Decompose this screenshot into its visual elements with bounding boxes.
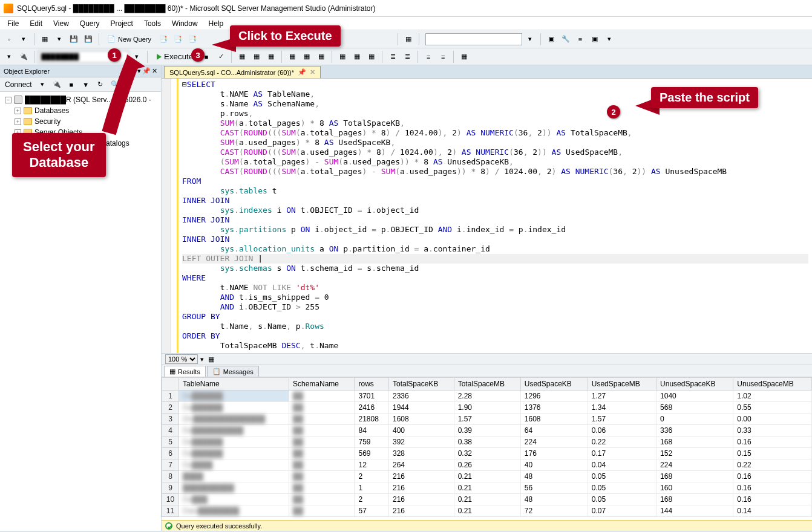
cell[interactable]: 0.26: [454, 459, 520, 471]
cell[interactable]: 216: [388, 494, 454, 505]
row-number[interactable]: 8: [162, 471, 179, 482]
cell[interactable]: 0.16: [733, 436, 812, 448]
zoom-select[interactable]: 100 %: [165, 354, 198, 364]
cell[interactable]: 1.02: [733, 391, 812, 402]
cell[interactable]: 0.16: [733, 494, 812, 505]
cell[interactable]: 0.21: [454, 494, 520, 505]
table-row[interactable]: 2Da████████241619441.9013761.345680.55: [162, 402, 812, 414]
cell[interactable]: 64: [520, 425, 588, 436]
cell[interactable]: ██: [289, 414, 354, 425]
table-row[interactable]: 10Da█████22160.21480.051680.16: [162, 494, 812, 505]
cell[interactable]: 160: [656, 482, 733, 494]
cell[interactable]: 144: [656, 505, 733, 517]
quick-launch-input[interactable]: [425, 33, 522, 45]
tree-node-databases[interactable]: +Databases: [1, 105, 160, 116]
cell[interactable]: 2.28: [454, 391, 520, 402]
row-number[interactable]: 10: [162, 494, 179, 505]
oe-search-button[interactable]: 🔍: [108, 78, 122, 91]
column-header-unusedspacemb[interactable]: UnusedSpaceMB: [733, 378, 812, 391]
cell[interactable]: 72: [520, 505, 588, 517]
table-row[interactable]: 8██████22160.21480.051680.16: [162, 471, 812, 482]
cell[interactable]: 569: [355, 448, 389, 459]
tool-dropdown[interactable]: ▾: [603, 33, 616, 46]
cell[interactable]: Da████: [179, 459, 289, 471]
cell[interactable]: 0: [656, 414, 733, 425]
messages-tab[interactable]: 📋 Messages: [207, 366, 259, 377]
cell[interactable]: 48: [520, 494, 588, 505]
cell[interactable]: 336: [656, 425, 733, 436]
menu-file[interactable]: File: [2, 18, 24, 29]
outdent-button[interactable]: ≡: [436, 50, 450, 63]
cell[interactable]: 84: [355, 425, 389, 436]
cell[interactable]: Da██████████: [179, 425, 289, 436]
sqlcmd-button[interactable]: ▦: [315, 50, 328, 63]
cell[interactable]: 392: [388, 436, 454, 448]
code-editor[interactable]: ⊟SELECT t.NAME AS TableName, s.Name AS S…: [162, 79, 812, 353]
cell[interactable]: 216: [388, 482, 454, 494]
cell[interactable]: ██: [289, 425, 354, 436]
cell[interactable]: 56: [520, 482, 588, 494]
expand-icon[interactable]: +: [15, 108, 21, 114]
cell[interactable]: 0.00: [733, 414, 812, 425]
column-header-usedspacekb[interactable]: UsedSpaceKB: [520, 378, 588, 391]
results-tab[interactable]: ▦ Results: [164, 366, 206, 377]
row-number[interactable]: 11: [162, 505, 179, 517]
row-number[interactable]: 4: [162, 425, 179, 436]
cell[interactable]: 0.21: [454, 482, 520, 494]
cell[interactable]: ██: [289, 448, 354, 459]
cell[interactable]: 2: [355, 494, 389, 505]
cell[interactable]: 1376: [520, 402, 588, 414]
cell[interactable]: 168: [656, 471, 733, 482]
row-number[interactable]: 5: [162, 436, 179, 448]
cell[interactable]: 0.05: [588, 494, 656, 505]
tool-button-3[interactable]: ▣: [588, 33, 601, 46]
cell[interactable]: 2336: [388, 391, 454, 402]
script-button-3[interactable]: 📑: [186, 33, 199, 46]
cell[interactable]: 176: [520, 448, 588, 459]
cell[interactable]: 1.57: [454, 414, 520, 425]
oe-dropdown-icon[interactable]: ▾: [137, 67, 141, 75]
include-stats-button[interactable]: ▦: [300, 50, 313, 63]
menu-project[interactable]: Project: [106, 18, 138, 29]
indent-button[interactable]: ≡: [422, 50, 435, 63]
cell[interactable]: 21808: [355, 414, 389, 425]
menu-query[interactable]: Query: [75, 18, 105, 29]
split-editor-button[interactable]: ▦: [206, 354, 216, 364]
close-icon[interactable]: ✕: [152, 67, 157, 75]
cell[interactable]: 0.16: [733, 471, 812, 482]
cell[interactable]: ██: [289, 482, 354, 494]
cell[interactable]: Da███: [179, 494, 289, 505]
parse-button[interactable]: ✓: [214, 50, 228, 63]
cell[interactable]: 1608: [520, 414, 588, 425]
cell[interactable]: 0.05: [588, 482, 656, 494]
column-header-totalspacekb[interactable]: TotalSpaceKB: [388, 378, 454, 391]
cell[interactable]: 0.17: [588, 448, 656, 459]
script-button-2[interactable]: 📑: [171, 33, 185, 46]
column-header-schemaname[interactable]: SchemaName: [289, 378, 354, 391]
table-row[interactable]: 9████████████12160.21560.051600.16: [162, 482, 812, 494]
cell[interactable]: 48: [520, 471, 588, 482]
cell[interactable]: 168: [656, 436, 733, 448]
uncomment-button[interactable]: ≣: [401, 50, 414, 63]
cell[interactable]: 264: [388, 459, 454, 471]
tree-node-security[interactable]: +Security: [1, 116, 160, 127]
cell[interactable]: 1.90: [454, 402, 520, 414]
cell[interactable]: 0.22: [588, 436, 656, 448]
connect-dropdown[interactable]: ▾: [36, 78, 49, 91]
cell[interactable]: 759: [355, 436, 389, 448]
cell[interactable]: 1944: [388, 402, 454, 414]
cell[interactable]: ██: [289, 471, 354, 482]
results-grid[interactable]: TableNameSchemaNamerowsTotalSpaceKBTotal…: [162, 377, 812, 520]
table-row[interactable]: 7Da██████122640.26400.042240.22: [162, 459, 812, 471]
comment-button[interactable]: ≣: [386, 50, 399, 63]
new-project-button[interactable]: ▦: [38, 33, 51, 46]
row-number[interactable]: 7: [162, 459, 179, 471]
script-button-1[interactable]: 📑: [157, 33, 170, 46]
table-row[interactable]: 1Da████████370123362.2812961.2710401.02: [162, 391, 812, 402]
row-number[interactable]: 3: [162, 414, 179, 425]
cell[interactable]: 0.32: [454, 448, 520, 459]
cell[interactable]: 224: [520, 436, 588, 448]
cell[interactable]: Da██████: [179, 402, 289, 414]
table-row[interactable]: 4Da████████████844000.39640.063360.33: [162, 425, 812, 436]
collapse-icon[interactable]: −: [5, 97, 11, 103]
